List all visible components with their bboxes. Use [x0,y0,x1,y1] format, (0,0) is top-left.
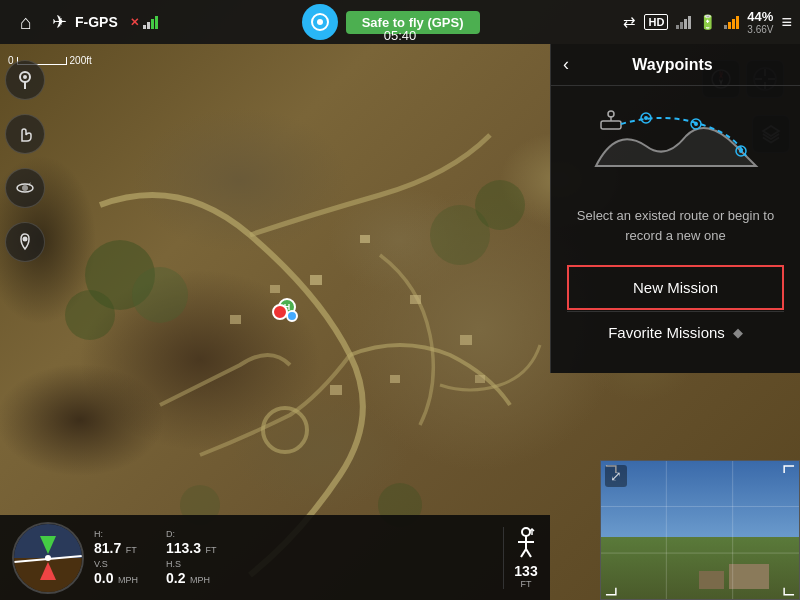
waypoints-body: Select an existed route or begin to reco… [551,196,800,373]
distance-stat: D: 113.3 FT [166,529,226,557]
altitude-unit: FT [126,545,137,555]
svg-point-40 [739,149,743,153]
hs-value: 0.2 [166,570,185,586]
attitude-indicator [12,522,84,594]
waypoints-back-button[interactable]: ‹ [563,54,569,75]
stats-row-2: V.S 0.0 MPH H.S 0.2 MPH [94,559,493,587]
svg-point-38 [694,122,698,126]
svg-point-36 [644,116,648,120]
waypoint-tool-button[interactable] [5,60,45,100]
signal-x-icon: ✕ [130,16,139,29]
vs-value: 0.0 [94,570,113,586]
transmission-signal-bars [676,16,691,29]
svg-line-44 [521,549,526,557]
camera-expand-button[interactable]: ⤢ [605,465,627,487]
hd-quality-badge: HD [644,14,668,30]
waypoints-panel: ‹ Waypoints Select an existed route or b… [550,44,800,373]
header-right-section: ⇄ HD 🔋 44% 3.66V ≡ [623,9,792,35]
hs-label: H.S [166,559,226,569]
svg-point-24 [23,237,28,242]
left-sidebar [0,44,50,564]
person-altitude-block: 133 FT [503,527,538,589]
svg-point-21 [23,75,27,79]
attitude-center [45,555,51,561]
person-silhouette-icon [514,527,538,563]
distance-label: D: [166,529,226,539]
vertical-speed-stat: V.S 0.0 MPH [94,559,154,587]
altitude-stat: H: 81.7 FT [94,529,154,557]
header-bar: ⌂ ✈ F-GPS ✕ Safe to fly (GPS) ⇄ HD [0,0,800,44]
svg-line-45 [526,549,531,557]
drone-heading-indicator [286,310,298,322]
favorite-missions-label: Favorite Missions [608,324,725,341]
bottom-info-bar: H: 81.7 FT D: 113.3 FT V.S 0.0 MPH [0,515,550,600]
camera-feed-preview: ⤢ [600,460,800,600]
distance-unit: FT [206,545,217,555]
battery-info: 44% 3.66V [747,9,773,35]
svg-point-41 [522,528,530,536]
vs-label: V.S [94,559,154,569]
orbit-tool-button[interactable] [5,168,45,208]
rc-signal-bars [143,16,158,29]
new-mission-button[interactable]: New Mission [567,265,784,310]
home-button[interactable]: ⌂ [8,4,44,40]
flight-timer: 05:40 [384,28,417,43]
hand-tool-button[interactable] [5,114,45,154]
relative-altitude-value: 133 [514,563,537,579]
pin-tool-button[interactable] [5,222,45,262]
relative-altitude-unit: FT [521,579,532,589]
stats-row-1: H: 81.7 FT D: 113.3 FT [94,529,493,557]
waypoints-title: Waypoints [579,56,766,74]
camera-switch-icon[interactable]: ⇄ [623,13,636,31]
horizontal-speed-stat: H.S 0.2 MPH [166,559,226,587]
rc-signal-group: ✕ [130,16,158,29]
attitude-arrow-red [40,562,56,580]
drone-name-label: F-GPS [75,14,118,30]
waypoints-description: Select an existed route or begin to reco… [567,206,784,245]
favorite-missions-button[interactable]: Favorite Missions ◆ [567,311,784,353]
svg-point-18 [317,19,323,25]
battery-icon: 🔋 [699,14,716,30]
waypoint-mode-icon[interactable] [302,4,338,40]
bookmark-icon: ◆ [733,325,743,340]
altitude-value: 81.7 [94,540,121,556]
hs-unit: MPH [190,575,210,585]
svg-point-23 [22,185,28,191]
vs-unit: MPH [118,575,138,585]
waypoints-panel-header: ‹ Waypoints [551,44,800,86]
battery-voltage: 3.66V [747,24,773,35]
drone-icon: ✈ [52,11,67,33]
distance-value: 113.3 [166,540,201,556]
battery-percentage: 44% [747,9,773,24]
battery-signal-bars [724,16,739,29]
svg-rect-32 [601,121,621,129]
altitude-label: H: [94,529,154,539]
flight-statistics: H: 81.7 FT D: 113.3 FT V.S 0.0 MPH [94,529,493,587]
attitude-arrow-green [40,536,56,554]
waypoints-illustration [551,86,800,196]
menu-button[interactable]: ≡ [781,12,792,33]
